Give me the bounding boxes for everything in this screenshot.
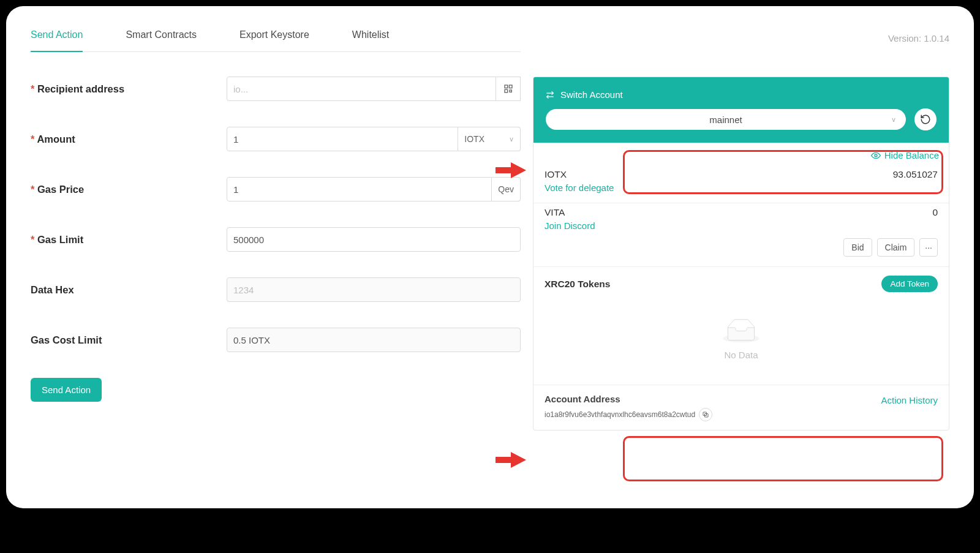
gas-limit-label: Gas Limit bbox=[31, 234, 227, 246]
gas-cost-limit-input bbox=[227, 328, 521, 352]
gas-price-unit: Qev bbox=[492, 177, 521, 201]
annotation-highlight-address bbox=[623, 436, 943, 481]
join-discord-link[interactable]: Join Discord bbox=[545, 220, 938, 231]
qr-scan-button[interactable] bbox=[496, 77, 521, 101]
more-button[interactable]: ··· bbox=[919, 238, 938, 257]
network-label: mainnet bbox=[709, 115, 742, 125]
svg-rect-2 bbox=[505, 89, 508, 92]
eye-icon bbox=[871, 151, 881, 160]
tab-smart-contracts[interactable]: Smart Contracts bbox=[126, 18, 197, 51]
tab-export-keystore[interactable]: Export Keystore bbox=[239, 18, 309, 51]
action-history-link[interactable]: Action History bbox=[881, 394, 938, 405]
network-select[interactable]: mainnet ∨ bbox=[546, 109, 906, 130]
account-panel: Switch Account mainnet ∨ bbox=[533, 77, 949, 431]
data-hex-input[interactable] bbox=[227, 277, 521, 302]
copy-icon bbox=[702, 411, 709, 418]
switch-icon bbox=[546, 91, 554, 99]
amount-label: Amount bbox=[31, 134, 227, 145]
account-address: io1a8r9fvu6e3vthfaqvnxlhc6eavsm6t8a2cwtu… bbox=[545, 410, 695, 419]
amount-input[interactable] bbox=[227, 127, 458, 151]
qr-icon bbox=[503, 84, 513, 94]
gas-price-input[interactable] bbox=[227, 177, 492, 201]
amount-token-select[interactable]: IOTX ∨ bbox=[458, 127, 521, 151]
amount-token-label: IOTX bbox=[464, 134, 484, 144]
iotx-name: IOTX bbox=[545, 169, 567, 180]
recipient-label: Recipient address bbox=[31, 83, 227, 95]
reload-button[interactable] bbox=[914, 108, 937, 130]
version-label: Version: 1.0.14 bbox=[888, 33, 949, 52]
tab-whitelist[interactable]: Whitelist bbox=[352, 18, 389, 51]
account-address-title: Account Address bbox=[545, 394, 712, 404]
bid-button[interactable]: Bid bbox=[843, 238, 872, 257]
copy-address-button[interactable] bbox=[699, 408, 712, 421]
gas-price-label: Gas Price bbox=[31, 184, 227, 195]
data-hex-label: Data Hex bbox=[31, 284, 227, 296]
tabs-bar: Send Action Smart Contracts Export Keyst… bbox=[31, 18, 521, 52]
svg-point-6 bbox=[875, 154, 877, 157]
annotation-arrow-address bbox=[496, 451, 526, 469]
svg-rect-1 bbox=[509, 85, 512, 88]
chevron-down-icon: ∨ bbox=[891, 116, 896, 124]
svg-rect-3 bbox=[510, 90, 511, 92]
xrc20-title: XRC20 Tokens bbox=[545, 279, 610, 290]
chevron-down-icon: ∨ bbox=[509, 135, 514, 143]
svg-rect-0 bbox=[505, 85, 508, 88]
vita-balance: 0 bbox=[932, 207, 938, 218]
iotx-balance: 93.051027 bbox=[893, 169, 938, 180]
no-data: No Data bbox=[533, 301, 949, 385]
switch-account-link[interactable]: Switch Account bbox=[546, 89, 937, 100]
reload-icon bbox=[920, 114, 931, 125]
send-action-button[interactable]: Send Action bbox=[31, 378, 102, 402]
vote-delegate-link[interactable]: Vote for delegate bbox=[545, 182, 938, 193]
svg-marker-11 bbox=[496, 452, 526, 468]
vita-name: VITA bbox=[545, 207, 565, 218]
inbox-icon bbox=[723, 319, 760, 344]
gas-cost-limit-label: Gas Cost Limit bbox=[31, 334, 227, 346]
add-token-button[interactable]: Add Token bbox=[881, 276, 938, 292]
claim-button[interactable]: Claim bbox=[877, 238, 915, 257]
tab-send-action[interactable]: Send Action bbox=[31, 18, 83, 51]
gas-limit-input[interactable] bbox=[227, 227, 521, 252]
recipient-input[interactable] bbox=[227, 77, 496, 101]
hide-balance-link[interactable]: Hide Balance bbox=[871, 150, 939, 160]
